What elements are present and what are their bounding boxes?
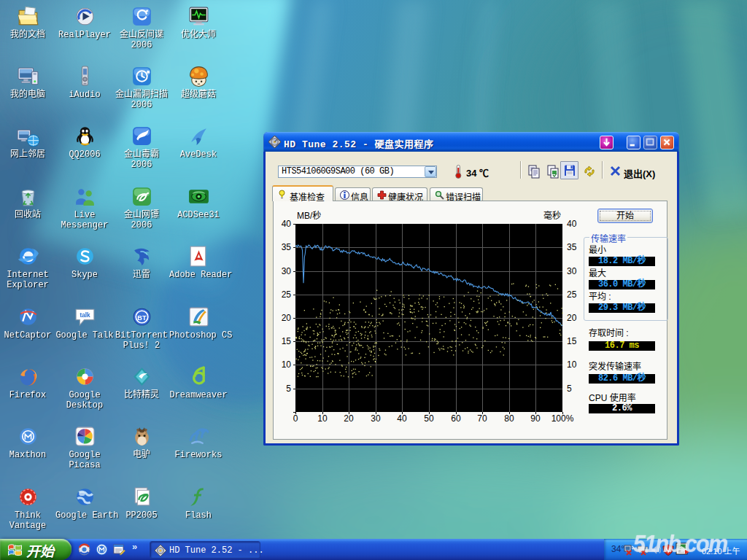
svg-text:10: 10 (317, 413, 328, 424)
svg-text:70: 70 (477, 413, 487, 424)
svg-text:90: 90 (530, 413, 541, 424)
svg-text:15: 15 (282, 336, 292, 346)
svg-text:15: 15 (567, 336, 577, 346)
svg-text:talk: talk (80, 312, 90, 319)
svg-text:5: 5 (286, 384, 291, 394)
svg-text:80: 80 (504, 413, 514, 424)
svg-text:50: 50 (424, 413, 434, 424)
svg-text:60: 60 (451, 413, 461, 424)
svg-text:40: 40 (397, 413, 407, 424)
svg-text:10: 10 (282, 359, 292, 370)
svg-text:20: 20 (282, 313, 292, 323)
svg-text:毫秒: 毫秒 (543, 210, 561, 221)
svg-text:30: 30 (371, 413, 381, 424)
svg-text:25: 25 (567, 289, 577, 300)
svg-text:35: 35 (282, 242, 292, 252)
svg-text:30: 30 (567, 266, 577, 276)
svg-text:30: 30 (282, 266, 292, 276)
svg-text:MB/秒: MB/秒 (297, 211, 321, 221)
svg-text:100%: 100% (551, 413, 574, 424)
svg-text:25: 25 (282, 289, 292, 300)
svg-text:35: 35 (567, 242, 577, 252)
svg-text:40: 40 (567, 219, 577, 229)
svg-text:40: 40 (282, 219, 292, 229)
svg-text:5: 5 (567, 384, 572, 394)
svg-text:10: 10 (567, 359, 577, 370)
svg-text:20: 20 (567, 313, 577, 323)
svg-text:0: 0 (293, 413, 298, 424)
svg-text:BT: BT (137, 314, 147, 322)
svg-text:20: 20 (344, 413, 354, 424)
